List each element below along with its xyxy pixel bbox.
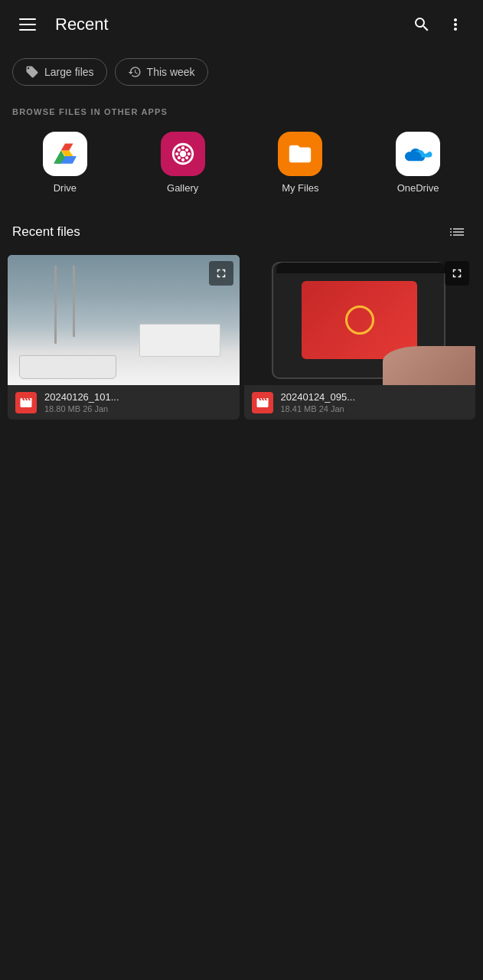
svg-point-2: [181, 158, 184, 162]
recent-files-title: Recent files: [12, 224, 80, 240]
expand-button-2[interactable]: [445, 261, 469, 286]
video-file-icon-2: [252, 392, 273, 413]
file-name-1: 20240126_101...: [44, 391, 232, 403]
gallery-logo: [170, 141, 196, 167]
menu-button[interactable]: [12, 9, 43, 40]
file-details-2: 20240124_095... 18.41 MB 24 Jan: [281, 391, 468, 413]
thumbnail-image-1: [8, 255, 240, 385]
svg-point-5: [177, 149, 180, 152]
page-title: Recent: [55, 15, 406, 34]
header: Recent: [0, 0, 483, 49]
onedrive-logo: [403, 143, 432, 165]
file-thumbnail-2: [244, 255, 476, 385]
expand-icon: [214, 266, 228, 280]
drive-label: Drive: [54, 182, 77, 194]
list-view-icon: [448, 223, 466, 241]
browse-section-label: BROWSE FILES IN OTHER APPS: [0, 95, 483, 126]
file-thumbnail-1: [8, 255, 240, 385]
this-week-chip[interactable]: This week: [115, 58, 208, 86]
table-row[interactable]: 20240126_101... 18.80 MB 26 Jan: [8, 255, 240, 420]
myfiles-app-item[interactable]: My Files: [242, 126, 360, 200]
onedrive-label: OneDrive: [397, 182, 439, 194]
header-actions: [406, 9, 471, 40]
myfiles-icon: [278, 132, 322, 176]
file-details-1: 20240126_101... 18.80 MB 26 Jan: [44, 391, 232, 413]
folder-logo: [287, 141, 313, 167]
file-info-1: 20240126_101... 18.80 MB 26 Jan: [8, 385, 240, 420]
history-icon: [128, 65, 142, 79]
svg-point-8: [185, 149, 188, 152]
svg-point-6: [185, 156, 188, 159]
svg-point-0: [179, 151, 186, 158]
expand-icon: [450, 266, 464, 280]
table-row[interactable]: 20240124_095... 18.41 MB 24 Jan: [244, 255, 476, 420]
large-files-chip[interactable]: Large files: [12, 58, 107, 86]
gallery-icon: [161, 132, 205, 176]
drive-icon: [43, 132, 87, 176]
video-file-icon-1: [15, 392, 37, 413]
onedrive-icon: [396, 132, 440, 176]
large-files-label: Large files: [44, 66, 94, 78]
files-grid: 20240126_101... 18.80 MB 26 Jan: [0, 255, 483, 420]
svg-point-7: [177, 156, 180, 159]
film-icon: [19, 396, 33, 410]
svg-point-3: [175, 152, 178, 155]
google-drive-logo: [51, 140, 79, 168]
svg-point-4: [187, 152, 190, 155]
gallery-app-item[interactable]: Gallery: [124, 126, 242, 200]
search-button[interactable]: [406, 9, 437, 40]
thumbnail-image-2: [244, 255, 476, 385]
file-name-2: 20240124_095...: [281, 391, 468, 403]
filter-bar: Large files This week: [0, 49, 483, 95]
drive-app-item[interactable]: Drive: [6, 126, 124, 200]
gallery-label: Gallery: [167, 182, 198, 194]
more-options-button[interactable]: [440, 9, 471, 40]
hamburger-icon: [19, 18, 36, 31]
expand-button-1[interactable]: [209, 261, 233, 286]
search-icon: [413, 15, 431, 34]
list-view-button[interactable]: [443, 218, 471, 246]
this-week-label: This week: [147, 66, 195, 78]
svg-point-1: [181, 146, 184, 149]
file-info-2: 20240124_095... 18.41 MB 24 Jan: [244, 385, 476, 420]
file-meta-1: 18.80 MB 26 Jan: [44, 404, 232, 413]
recent-files-header: Recent files: [0, 212, 483, 252]
myfiles-label: My Files: [282, 182, 318, 194]
more-vertical-icon: [446, 15, 465, 34]
apps-grid: Drive Gallery My Files: [0, 126, 483, 212]
onedrive-app-item[interactable]: OneDrive: [359, 126, 477, 200]
film-icon: [256, 396, 269, 410]
tag-icon: [25, 65, 39, 79]
file-meta-2: 18.41 MB 24 Jan: [281, 404, 468, 413]
